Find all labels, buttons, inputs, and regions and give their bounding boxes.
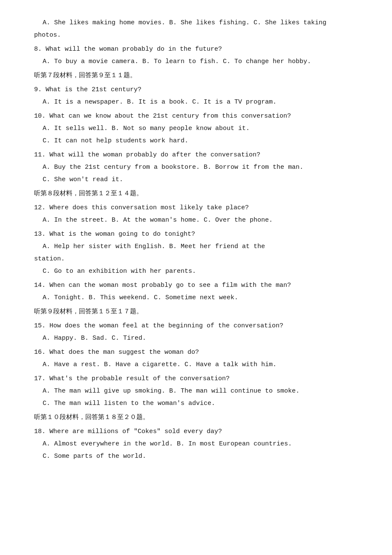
question-8: 8. What will the woman probably do in th…: [34, 43, 358, 55]
q13-options-c: C. Go to an exhibition with her parents.: [34, 266, 358, 277]
section-7-header: 听第７段材料，回答第９至１１题。: [34, 70, 358, 81]
q7-options-line1: A. She likes making home movies. B. She …: [34, 17, 358, 29]
line-a-options: A. She likes making home movies. B. She …: [34, 17, 358, 41]
q11-options-a: A. Buy the 21st century from a bookstore…: [34, 162, 358, 173]
question-17: 17. What's the probable result of the co…: [34, 373, 358, 384]
question-11: 11. What will the woman probably do afte…: [34, 149, 358, 161]
question-18: 18. Where are millions of "Cokes" sold e…: [34, 426, 358, 437]
q15-options: A. Happy. B. Sad. C. Tired.: [34, 332, 358, 344]
question-9: 9. What is the 21st century?: [34, 84, 358, 95]
question-14: 14. When can the woman most probably go …: [34, 280, 358, 291]
q9-options: A. It is a newspaper. B. It is a book. C…: [34, 96, 358, 108]
question-15: 15. How does the woman feel at the begin…: [34, 320, 358, 332]
q10-options-a: A. It sells well. B. Not so many people …: [34, 123, 358, 134]
q17-options-a: A. The man will give up smoking. B. The …: [34, 385, 358, 397]
q13-options-a: A. Help her sister with English. B. Meet…: [34, 241, 358, 252]
question-16: 16. What does the man suggest the woman …: [34, 347, 358, 358]
section-9-header: 听第９段材料，回答第１５至１７题。: [34, 306, 358, 318]
question-12: 12. Where does this conversation most li…: [34, 202, 358, 214]
q18-options-a: A. Almost everywhere in the world. B. In…: [34, 438, 358, 450]
section-10-header: 听第１０段材料，回答第１８至２０题。: [34, 412, 358, 423]
question-13: 13. What is the woman going to do tonigh…: [34, 228, 358, 240]
q11-options-b: C. She won't read it.: [34, 174, 358, 185]
q18-options-b: C. Some parts of the world.: [34, 451, 358, 462]
q10-options-b: C. It can not help students work hard.: [34, 135, 358, 147]
q8-options: A. To buy a movie camera. B. To learn to…: [34, 56, 358, 67]
q16-options: A. Have a rest. B. Have a cigarette. C. …: [34, 359, 358, 370]
q12-options: A. In the street. B. At the woman's home…: [34, 214, 358, 226]
q14-options: A. Tonight. B. This weekend. C. Sometime…: [34, 292, 358, 304]
q7-options-line2: photos.: [34, 29, 358, 41]
q17-options-b: C. The man will listen to the woman's ad…: [34, 398, 358, 409]
section-8-header: 听第８段材料，回答第１２至１４题。: [34, 188, 358, 199]
question-10: 10. What can we know about the 21st cent…: [34, 110, 358, 122]
q13-options-continued: station.: [34, 253, 358, 265]
